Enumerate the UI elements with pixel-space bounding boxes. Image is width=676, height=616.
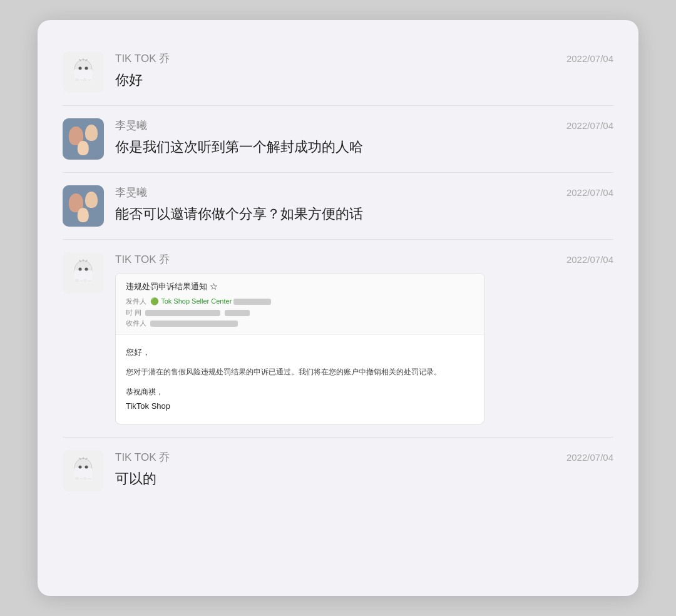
message-date: 2022/07/04 <box>566 187 613 198</box>
message-item: 李旻曦2022/07/04你是我们这次听到第一个解封成功的人哈 <box>63 106 613 173</box>
message-item: TIK TOK 乔2022/07/04可以的 <box>63 438 613 504</box>
message-date: 2022/07/04 <box>566 254 613 265</box>
email-screenshot-card: 违规处罚申诉结果通知 ☆ 发件人 🟢 Tok Shop Seller Cente… <box>115 273 484 424</box>
svg-point-17 <box>85 465 88 468</box>
message-text: 可以的 <box>115 470 613 489</box>
message-content: TIK TOK 乔2022/07/04可以的 <box>115 450 613 489</box>
email-body-text: 您对于潜在的售假风险违规处罚结果的申诉已通过。我们将在您的账户中撤销相关的处罚记… <box>126 366 474 379</box>
email-sign: 恭祝商祺， TikTok Shop <box>126 386 474 414</box>
sender-name: 李旻曦 <box>115 185 147 200</box>
avatar-ghost <box>63 51 104 93</box>
message-header: 李旻曦2022/07/04 <box>115 185 613 200</box>
svg-point-10 <box>85 268 88 271</box>
avatar-family-photo <box>63 118 104 160</box>
email-sender-name: 🟢 Tok Shop Seller Center <box>150 297 232 305</box>
message-header: TIK TOK 乔2022/07/04 <box>115 51 613 66</box>
email-body: 您好， 您对于潜在的售假风险违规处罚结果的申诉已通过。我们将在您的账户中撤销相关… <box>116 335 484 424</box>
message-date: 2022/07/04 <box>566 452 613 463</box>
message-content: 李旻曦2022/07/04你是我们这次听到第一个解封成功的人哈 <box>115 118 613 157</box>
email-meta: 发件人 🟢 Tok Shop Seller Center 时 间 收件人 <box>126 296 474 329</box>
message-text: 你好 <box>115 71 613 90</box>
message-content: 李旻曦2022/07/04能否可以邀请你做个分享？如果方便的话 <box>115 185 613 224</box>
sender-name: TIK TOK 乔 <box>115 252 170 267</box>
message-date: 2022/07/04 <box>566 120 613 131</box>
email-greeting: 您好， <box>126 345 474 359</box>
svg-point-16 <box>79 465 82 468</box>
sender-name: 李旻曦 <box>115 118 147 133</box>
svg-point-9 <box>79 268 82 271</box>
sender-name: TIK TOK 乔 <box>115 51 170 66</box>
email-subject: 违规处罚申诉结果通知 ☆ <box>126 281 474 292</box>
sender-name: TIK TOK 乔 <box>115 450 170 465</box>
email-header: 违规处罚申诉结果通知 ☆ 发件人 🟢 Tok Shop Seller Cente… <box>116 274 484 335</box>
avatar-family-photo <box>63 185 104 227</box>
message-item: TIK TOK 乔2022/07/04你好 <box>63 39 613 106</box>
svg-point-3 <box>85 67 88 70</box>
avatar-ghost <box>63 252 104 294</box>
chat-container: TIK TOK 乔2022/07/04你好 李旻曦2022/07/04你是我们这… <box>38 20 638 596</box>
message-header: 李旻曦2022/07/04 <box>115 118 613 133</box>
avatar-ghost <box>63 450 104 491</box>
message-item: 李旻曦2022/07/04能否可以邀请你做个分享？如果方便的话 <box>63 173 613 240</box>
email-tiktok-sign: TikTok Shop <box>126 401 170 411</box>
message-text: 你是我们这次听到第一个解封成功的人哈 <box>115 138 613 157</box>
svg-point-2 <box>79 67 82 70</box>
message-text: 能否可以邀请你做个分享？如果方便的话 <box>115 205 613 224</box>
message-item: TIK TOK 乔2022/07/04 违规处罚申诉结果通知 ☆ 发件人 🟢 T… <box>63 240 613 438</box>
message-header: TIK TOK 乔2022/07/04 <box>115 450 613 465</box>
message-content: TIK TOK 乔2022/07/04你好 <box>115 51 613 90</box>
message-date: 2022/07/04 <box>566 53 613 64</box>
message-header: TIK TOK 乔2022/07/04 <box>115 252 613 267</box>
message-content: TIK TOK 乔2022/07/04 违规处罚申诉结果通知 ☆ 发件人 🟢 T… <box>115 252 613 424</box>
